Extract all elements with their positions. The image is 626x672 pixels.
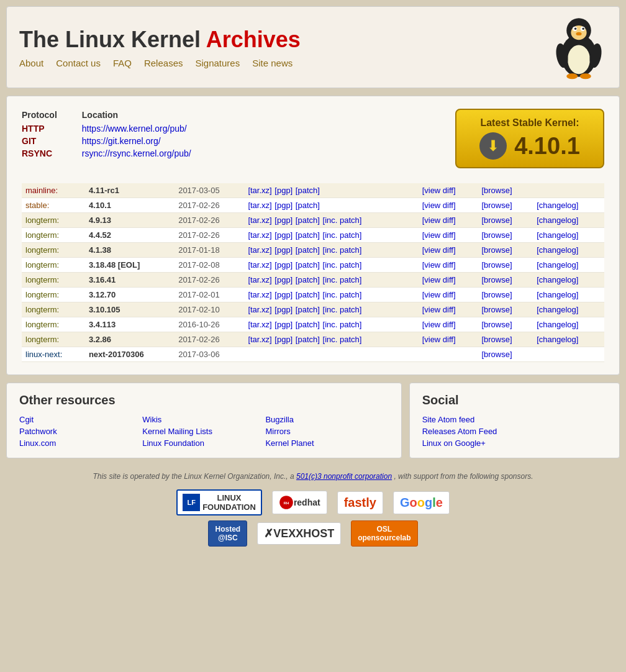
social-link[interactable]: Releases Atom Feed xyxy=(422,427,607,436)
release-browse-link[interactable]: [browse] xyxy=(481,290,512,299)
release-link[interactable]: [tar.xz] xyxy=(248,305,271,314)
release-browse-link[interactable]: [browse] xyxy=(481,245,512,255)
resource-link[interactable]: Patchwork xyxy=(19,427,142,436)
release-link[interactable]: [patch] xyxy=(296,201,320,210)
release-changelog-link[interactable]: [changelog] xyxy=(537,320,578,329)
footer-nonprofit-link[interactable]: 501(c)3 nonprofit corporation xyxy=(296,472,392,481)
release-link[interactable]: [pgp] xyxy=(274,201,293,210)
release-extra-link[interactable]: [inc. patch] xyxy=(323,260,362,270)
resource-link[interactable]: Wikis xyxy=(142,415,265,424)
release-link[interactable]: [tar.xz] xyxy=(248,186,271,195)
release-link[interactable]: [pgp] xyxy=(274,290,293,299)
release-diff-link[interactable]: [view diff] xyxy=(422,216,456,225)
release-browse-link[interactable]: [browse] xyxy=(481,260,512,270)
release-diff-link[interactable]: [view diff] xyxy=(422,335,456,344)
release-browse-link[interactable]: [browse] xyxy=(481,350,512,359)
release-browse-link[interactable]: [browse] xyxy=(481,320,512,329)
nav-sitenews[interactable]: Site news xyxy=(252,58,293,68)
release-extra-link[interactable]: [inc. patch] xyxy=(323,275,362,284)
resource-link[interactable]: Kernel Mailing Lists xyxy=(142,427,265,436)
resource-link[interactable]: Bugzilla xyxy=(265,415,388,424)
release-extra-link[interactable]: [inc. patch] xyxy=(323,290,362,299)
svg-point-7 xyxy=(582,28,584,30)
release-link[interactable]: [tar.xz] xyxy=(248,260,271,270)
release-diff-link[interactable]: [view diff] xyxy=(422,186,456,195)
release-link[interactable]: [pgp] xyxy=(274,245,293,255)
release-changelog-link[interactable]: [changelog] xyxy=(537,245,578,255)
nav-faq[interactable]: FAQ xyxy=(113,58,132,68)
release-link[interactable]: [patch] xyxy=(296,260,320,270)
release-browse-link[interactable]: [browse] xyxy=(481,230,512,240)
release-browse-link[interactable]: [browse] xyxy=(481,216,512,225)
release-link[interactable]: [pgp] xyxy=(274,320,293,329)
release-link[interactable]: [pgp] xyxy=(274,216,293,225)
release-link[interactable]: [tar.xz] xyxy=(248,335,271,344)
release-link[interactable]: [tar.xz] xyxy=(248,290,271,299)
resource-link[interactable]: Linux Foundation xyxy=(142,438,265,448)
release-diff-link[interactable]: [view diff] xyxy=(422,230,456,240)
release-changelog-link[interactable]: [changelog] xyxy=(537,335,578,344)
release-extra-link[interactable]: [inc. patch] xyxy=(323,216,362,225)
release-link[interactable]: [tar.xz] xyxy=(248,216,271,225)
table-row: longterm: 3.12.70 2017-02-01 [tar.xz] [p… xyxy=(22,288,604,302)
proto-git-link[interactable]: https://git.kernel.org/ xyxy=(82,136,161,146)
release-browse-link[interactable]: [browse] xyxy=(481,201,512,210)
release-diff-link[interactable]: [view diff] xyxy=(422,275,456,284)
release-browse-link[interactable]: [browse] xyxy=(481,305,512,314)
nav-about[interactable]: About xyxy=(19,58,43,68)
release-link[interactable]: [pgp] xyxy=(274,335,293,344)
release-link[interactable]: [patch] xyxy=(296,230,320,240)
release-link[interactable]: [patch] xyxy=(296,290,320,299)
release-link[interactable]: [patch] xyxy=(296,335,320,344)
release-diff-link[interactable]: [view diff] xyxy=(422,320,456,329)
release-extra-link[interactable]: [inc. patch] xyxy=(323,320,362,329)
release-link[interactable]: [tar.xz] xyxy=(248,275,271,284)
release-link[interactable]: [pgp] xyxy=(274,186,293,195)
resource-link[interactable]: Linux.com xyxy=(19,438,142,448)
release-changelog-link[interactable]: [changelog] xyxy=(537,230,578,240)
resource-link[interactable]: Kernel Planet xyxy=(265,438,388,448)
release-changelog-link[interactable]: [changelog] xyxy=(537,216,578,225)
release-diff-link[interactable]: [view diff] xyxy=(422,290,456,299)
release-extra-link[interactable]: [inc. patch] xyxy=(323,335,362,344)
release-changelog-link[interactable]: [changelog] xyxy=(537,275,578,284)
release-browse-link[interactable]: [browse] xyxy=(481,275,512,284)
release-link[interactable]: [tar.xz] xyxy=(248,201,271,210)
resource-link[interactable]: Cgit xyxy=(19,415,142,424)
proto-http-link[interactable]: https://www.kernel.org/pub/ xyxy=(82,124,187,134)
social-link[interactable]: Site Atom feed xyxy=(422,415,607,424)
release-link[interactable]: [patch] xyxy=(296,186,320,195)
release-link[interactable]: [pgp] xyxy=(274,305,293,314)
release-changelog-link[interactable]: [changelog] xyxy=(537,305,578,314)
nav-releases[interactable]: Releases xyxy=(144,58,183,68)
release-link[interactable]: [patch] xyxy=(296,216,320,225)
resource-link[interactable]: Mirrors xyxy=(265,427,388,436)
release-link[interactable]: [pgp] xyxy=(274,275,293,284)
release-link[interactable]: [patch] xyxy=(296,245,320,255)
release-diff-link[interactable]: [view diff] xyxy=(422,260,456,270)
release-link[interactable]: [patch] xyxy=(296,275,320,284)
nav-contact[interactable]: Contact us xyxy=(56,58,101,68)
release-changelog-link[interactable]: [changelog] xyxy=(537,290,578,299)
release-link[interactable]: [tar.xz] xyxy=(248,230,271,240)
release-link[interactable]: [patch] xyxy=(296,305,320,314)
release-extra-link[interactable]: [inc. patch] xyxy=(323,305,362,314)
release-link[interactable]: [pgp] xyxy=(274,230,293,240)
release-browse-link[interactable]: [browse] xyxy=(481,335,512,344)
release-browse-link[interactable]: [browse] xyxy=(481,186,512,195)
release-changelog-link[interactable]: [changelog] xyxy=(537,260,578,270)
stable-kernel-badge[interactable]: Latest Stable Kernel: ⬇ 4.10.1 xyxy=(455,109,604,168)
release-link[interactable]: [patch] xyxy=(296,320,320,329)
release-changelog-link[interactable]: [changelog] xyxy=(537,201,578,210)
release-diff-link[interactable]: [view diff] xyxy=(422,305,456,314)
nav-signatures[interactable]: Signatures xyxy=(195,58,240,68)
proto-rsync-link[interactable]: rsync://rsync.kernel.org/pub/ xyxy=(82,148,191,158)
release-extra-link[interactable]: [inc. patch] xyxy=(323,245,362,255)
release-diff-link[interactable]: [view diff] xyxy=(422,201,456,210)
release-diff-link[interactable]: [view diff] xyxy=(422,245,456,255)
social-link[interactable]: Linux on Google+ xyxy=(422,438,607,448)
release-link[interactable]: [tar.xz] xyxy=(248,320,271,329)
release-extra-link[interactable]: [inc. patch] xyxy=(323,230,362,240)
release-link[interactable]: [pgp] xyxy=(274,260,293,270)
release-link[interactable]: [tar.xz] xyxy=(248,245,271,255)
